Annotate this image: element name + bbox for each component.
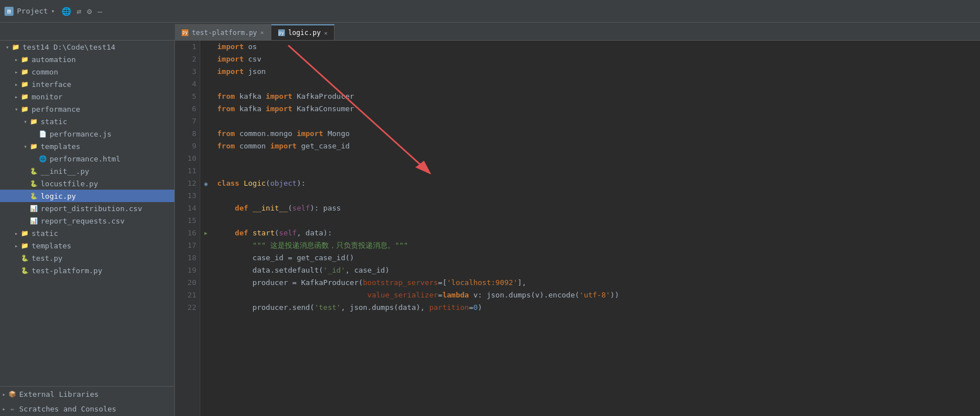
scratches-icon: ✏: [8, 404, 17, 413]
tab-close-active-icon[interactable]: ✕: [324, 30, 327, 36]
sidebar-item-performance-js[interactable]: 📄performance.js: [0, 128, 174, 140]
gutter-cell: [200, 140, 212, 152]
title-bar: ▤ Project ▾ 🌐 ⇄ ⚙ —: [0, 0, 980, 23]
arrow-icon: [12, 68, 20, 76]
external-libraries-icon: 📦: [8, 389, 17, 399]
line-number: 3: [178, 65, 196, 78]
line-number: 10: [178, 152, 196, 165]
sidebar-item-label: templates: [41, 142, 80, 151]
sidebar-item-label: report_distribution.csv: [41, 204, 142, 213]
gutter-cell: [200, 90, 212, 103]
gutter-cell: [200, 277, 212, 289]
sidebar-item-external-libraries[interactable]: 📦 External Libraries: [0, 387, 174, 401]
sidebar-item-label: report_requests.csv: [41, 217, 125, 225]
folder-icon: 📁: [29, 117, 38, 126]
external-libraries-label: External Libraries: [19, 390, 99, 399]
folder-icon: 📁: [20, 55, 29, 64]
sidebar-item-init[interactable]: 🐍__init__.py: [0, 165, 174, 177]
sidebar-item-scratches[interactable]: ✏ Scratches and Consoles: [0, 401, 174, 416]
sidebar-item-label: logic.py: [41, 192, 76, 200]
transfer-icon[interactable]: ⇄: [77, 7, 81, 16]
sidebar-item-static[interactable]: 📁static: [0, 115, 174, 128]
gutter-cell: [200, 165, 212, 177]
line-number: 12: [178, 177, 196, 190]
sidebar-item-static2[interactable]: 📁static: [0, 227, 174, 239]
code-editor[interactable]: 12345678910111213141516171819202122 ◉▶ i…: [175, 41, 980, 416]
sidebar-item-performance-html[interactable]: 🌐performance.html: [0, 152, 174, 165]
gutter-cell: [200, 115, 212, 128]
arrow-icon-scratches: [0, 405, 8, 413]
sidebar-item-report-req[interactable]: 📊report_requests.csv: [0, 214, 174, 227]
code-line: from kafka import KafkaProducer: [217, 90, 980, 103]
folder-icon: 📁: [20, 67, 29, 76]
sidebar-item-label: common: [32, 68, 58, 76]
sidebar-bottom: 📦 External Libraries ✏ Scratches and Con…: [0, 386, 174, 416]
sidebar-item-label: test.py: [32, 254, 63, 262]
arrow-icon: [12, 229, 20, 237]
sidebar-item-common[interactable]: 📁common: [0, 65, 174, 78]
line-number: 16: [178, 227, 196, 239]
sidebar-item-templates2[interactable]: 📁templates: [0, 239, 174, 252]
html-icon: 🌐: [38, 154, 47, 163]
sidebar-tree: 📁test14 D:\Code\test14📁automation📁common…: [0, 41, 174, 277]
line-number: 6: [178, 103, 196, 115]
project-icon: ▤: [5, 7, 14, 16]
sidebar-item-performance[interactable]: 📁performance: [0, 103, 174, 115]
sidebar-item-label: locustfile.py: [41, 179, 98, 188]
gutter-cell: [200, 301, 212, 314]
sidebar-item-test-platform[interactable]: 🐍test-platform.py: [0, 264, 174, 277]
line-number: 5: [178, 90, 196, 103]
globe-icon[interactable]: 🌐: [61, 7, 71, 16]
code-line: value_serializer=lambda v: json.dumps(v)…: [217, 289, 980, 301]
py-icon: 🐍: [29, 179, 38, 188]
tab-test-platform[interactable]: py test-platform.py ✕: [175, 24, 271, 40]
code-line: import json: [217, 65, 980, 78]
sidebar-item-label: __init__.py: [41, 167, 89, 176]
main-content: 📁test14 D:\Code\test14📁automation📁common…: [0, 41, 980, 416]
tab-close-icon[interactable]: ✕: [261, 29, 264, 36]
gutter-cell: [200, 239, 212, 252]
gutter-cell: [200, 128, 212, 140]
gutter-cell: ◉: [200, 177, 212, 190]
line-numbers: 12345678910111213141516171819202122: [175, 41, 200, 416]
gutter-cell: [200, 214, 212, 227]
arrow-icon: [0, 390, 8, 398]
js-icon: 📄: [38, 129, 47, 138]
code-line: def __init__(self): pass: [217, 202, 980, 214]
sidebar-item-report-dist[interactable]: 📊report_distribution.csv: [0, 202, 174, 214]
dropdown-arrow[interactable]: ▾: [51, 8, 55, 14]
line-number: 20: [178, 277, 196, 289]
code-line: class Logic(object):: [217, 177, 980, 190]
sidebar-item-logic[interactable]: 🐍logic.py: [0, 190, 174, 202]
code-line: [217, 78, 980, 90]
sidebar-item-label: performance: [32, 105, 80, 113]
line-number: 21: [178, 289, 196, 301]
sidebar-item-label: automation: [32, 55, 76, 64]
sidebar-item-monitor[interactable]: 📁monitor: [0, 90, 174, 103]
tabs-bar: py test-platform.py ✕ py logic.py ✕: [0, 23, 980, 41]
sidebar-item-root[interactable]: 📁test14 D:\Code\test14: [0, 41, 174, 53]
sidebar-item-templates-perf[interactable]: 📁templates: [0, 140, 174, 152]
gutter-cell: [200, 65, 212, 78]
sidebar-item-test-py[interactable]: 🐍test.py: [0, 252, 174, 264]
folder-icon: 📁: [11, 42, 20, 51]
line-number: 4: [178, 78, 196, 90]
arrow-icon: [21, 117, 29, 125]
arrow-icon: [12, 80, 20, 88]
sidebar-item-label: interface: [32, 80, 71, 89]
line-number: 2: [178, 53, 196, 65]
sidebar-item-interface[interactable]: 📁interface: [0, 78, 174, 90]
folder-icon: 📁: [20, 80, 29, 89]
minus-icon[interactable]: —: [98, 7, 102, 16]
folder-icon: 📁: [20, 92, 29, 101]
project-label[interactable]: Project: [17, 7, 48, 15]
sidebar-item-label: performance.html: [50, 155, 120, 163]
settings-icon[interactable]: ⚙: [87, 7, 91, 16]
sidebar-item-locustfile[interactable]: 🐍locustfile.py: [0, 177, 174, 190]
tab-logic[interactable]: py logic.py ✕: [271, 24, 335, 40]
arrow-icon: [12, 93, 20, 100]
code-line: [217, 214, 980, 227]
code-line: producer = KafkaProducer(bootstrap_serve…: [217, 277, 980, 289]
line-number: 17: [178, 239, 196, 252]
sidebar-item-automation[interactable]: 📁automation: [0, 53, 174, 65]
